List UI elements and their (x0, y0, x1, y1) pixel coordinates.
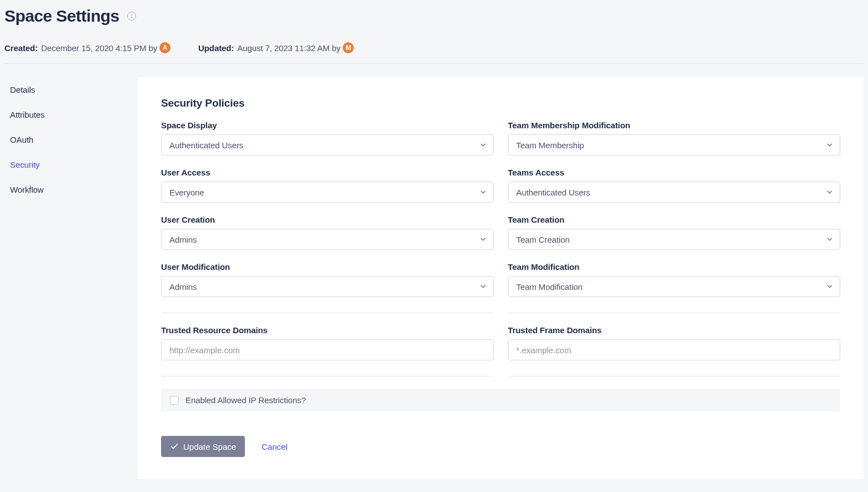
section-divider (508, 376, 841, 376)
select-teams-access[interactable]: Authenticated Users (508, 182, 841, 203)
select-user-modification[interactable]: Admins (161, 276, 494, 297)
created-meta: Created: December 15, 2020 4:15 PM by A (4, 42, 170, 53)
select-space-display[interactable]: Authenticated Users (161, 134, 494, 155)
field-teams-access: Teams Access Authenticated Users (508, 168, 841, 203)
sidebar-item-workflow[interactable]: Workflow (4, 177, 138, 202)
label-trusted-resource-domains: Trusted Resource Domains (161, 325, 494, 335)
field-space-display: Space Display Authenticated Users (161, 121, 494, 155)
label-user-access: User Access (161, 168, 494, 177)
updated-by-avatar[interactable]: M (343, 42, 354, 53)
label-team-modification: Team Modification (508, 262, 841, 272)
sidebar-item-label: Attributes (10, 110, 44, 119)
field-trusted-resource-domains: Trusted Resource Domains (161, 325, 494, 360)
field-user-creation: User Creation Admins (161, 215, 494, 250)
sidebar-item-details[interactable]: Details (4, 77, 138, 102)
section-divider (161, 376, 494, 376)
form-actions: Update Space Cancel (161, 436, 840, 457)
label-user-modification: User Modification (161, 262, 494, 272)
select-team-modification-value: Team Modification (516, 282, 583, 292)
field-user-modification: User Modification Admins (161, 262, 494, 297)
label-team-creation: Team Creation (508, 215, 841, 224)
select-team-membership-modification-value: Team Membership (516, 140, 584, 150)
select-teams-access-value: Authenticated Users (516, 188, 590, 197)
select-space-display-value: Authenticated Users (169, 140, 243, 150)
label-teams-access: Teams Access (508, 168, 841, 177)
sidebar-item-security[interactable]: Security (4, 152, 138, 177)
select-user-modification-value: Admins (169, 282, 197, 292)
updated-label: Updated: (198, 43, 234, 53)
label-trusted-frame-domains: Trusted Frame Domains (508, 325, 841, 335)
input-trusted-resource-domains[interactable] (161, 339, 494, 360)
sidebar-item-label: Security (10, 160, 39, 169)
label-team-membership-modification: Team Membership Modification (508, 121, 841, 130)
field-user-access: User Access Everyone (161, 168, 494, 203)
cancel-button[interactable]: Cancel (262, 442, 288, 451)
select-user-creation-value: Admins (169, 235, 197, 244)
sidebar-item-label: Details (10, 85, 35, 94)
select-team-creation-value: Team Creation (516, 235, 570, 244)
label-ip-restrictions: Enabled Allowed IP Restrictions? (185, 395, 306, 405)
page-title: Space Settings (4, 7, 119, 26)
field-team-modification: Team Modification Team Modification (508, 262, 841, 297)
settings-sidebar: DetailsAttributesOAuthSecurityWorkflow (4, 77, 138, 479)
settings-content: Security Policies Space Display Authenti… (138, 77, 864, 479)
section-title: Security Policies (161, 97, 840, 109)
sidebar-item-label: Workflow (10, 185, 44, 194)
created-by-avatar[interactable]: A (159, 42, 170, 53)
ip-restrictions-row: Enabled Allowed IP Restrictions? (161, 389, 840, 411)
checkbox-ip-restrictions[interactable] (170, 396, 179, 405)
check-icon (170, 442, 179, 451)
updated-value: August 7, 2023 11:32 AM by (237, 43, 340, 53)
select-team-membership-modification[interactable]: Team Membership (508, 134, 841, 155)
page-header: Space Settings i Created: December 15, 2… (4, 3, 864, 64)
select-user-access-value: Everyone (169, 188, 204, 197)
input-trusted-frame-domains[interactable] (508, 339, 841, 360)
meta-row: Created: December 15, 2020 4:15 PM by A … (4, 42, 864, 64)
section-divider (161, 313, 494, 313)
sidebar-item-attributes[interactable]: Attributes (4, 102, 138, 127)
created-value: December 15, 2020 4:15 PM by (41, 43, 157, 53)
select-team-creation[interactable]: Team Creation (508, 229, 841, 250)
sidebar-item-label: OAuth (10, 135, 33, 144)
section-divider (508, 313, 841, 313)
updated-meta: Updated: August 7, 2023 11:32 AM by M (198, 42, 354, 53)
update-space-button[interactable]: Update Space (161, 436, 245, 457)
label-space-display: Space Display (161, 121, 494, 130)
field-team-membership-modification: Team Membership Modification Team Member… (508, 121, 841, 155)
label-user-creation: User Creation (161, 215, 494, 224)
field-team-creation: Team Creation Team Creation (508, 215, 841, 250)
update-space-label: Update Space (183, 442, 236, 451)
select-user-creation[interactable]: Admins (161, 229, 494, 250)
field-trusted-frame-domains: Trusted Frame Domains (508, 325, 841, 360)
info-icon[interactable]: i (127, 12, 136, 21)
select-user-access[interactable]: Everyone (161, 182, 494, 203)
sidebar-item-oauth[interactable]: OAuth (4, 127, 138, 152)
select-team-modification[interactable]: Team Modification (508, 276, 841, 297)
created-label: Created: (4, 43, 38, 53)
